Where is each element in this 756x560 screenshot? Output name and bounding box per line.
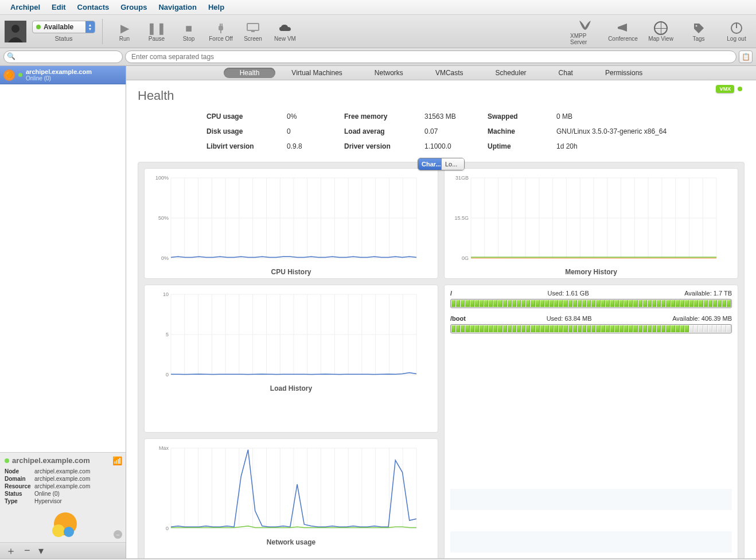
tab-vms[interactable]: Virtual Machines — [275, 66, 358, 80]
roster-name: archipel.example.com — [26, 68, 92, 75]
roster-item[interactable]: 🟠 archipel.example.com Online (0) — [0, 66, 126, 84]
svg-point-12 — [52, 524, 65, 537]
svg-text:0%: 0% — [161, 255, 169, 261]
stop-button[interactable]: ■Stop — [174, 21, 204, 42]
svg-text:0: 0 — [166, 372, 169, 378]
mapview-button[interactable]: Map View — [646, 21, 676, 42]
svg-text:31GB: 31GB — [455, 175, 469, 181]
svg-text:0G: 0G — [462, 255, 469, 261]
tab-networks[interactable]: Networks — [358, 66, 419, 80]
screen-button[interactable]: Screen — [238, 21, 268, 42]
svg-text:10: 10 — [163, 291, 169, 297]
svg-rect-2 — [219, 26, 223, 30]
newvm-button[interactable]: New VM — [270, 21, 300, 42]
pause-icon: ❚❚ — [147, 21, 166, 36]
network-chart: 0Max Network usage — [144, 438, 438, 559]
disk-row: /Used: 1.61 GBAvailable: 1.7 TB — [450, 290, 732, 308]
tag-apply-button[interactable]: 📋 — [739, 50, 753, 63]
clipboard-icon: 📋 — [742, 53, 750, 61]
info-panel: 📶 archipel.example.com Nodearchipel.exam… — [0, 452, 126, 542]
svg-point-8 — [696, 25, 697, 27]
xmpp-button[interactable]: XMPP Server — [570, 18, 600, 45]
page-title: Health — [138, 88, 745, 103]
tab-permissions[interactable]: Permissions — [589, 66, 658, 80]
svg-rect-6 — [247, 24, 259, 30]
roster-sub: Online (0) — [26, 75, 92, 81]
cpu-chart: 0%50%100% CPU History — [144, 168, 438, 279]
status-dropdown[interactable]: Available ▲▼ — [32, 21, 95, 33]
tags-input[interactable] — [125, 50, 736, 63]
memory-chart: 0G15.5G31GB Memory History — [444, 168, 738, 279]
menu-navigation[interactable]: Navigation — [153, 2, 202, 13]
add-button[interactable]: ＋ — [6, 544, 16, 558]
content-area: Health Virtual Machines Networks VMCasts… — [126, 66, 756, 558]
signal-icon: 📶 — [112, 456, 122, 465]
hypervisor-avatar-icon — [5, 510, 121, 540]
tab-vmcasts[interactable]: VMCasts — [419, 66, 480, 80]
group-dropdown-button[interactable]: ▾ — [38, 545, 44, 557]
chevron-updown-icon: ▲▼ — [85, 21, 95, 33]
menu-contacts[interactable]: Contacts — [72, 2, 115, 13]
svg-rect-7 — [251, 31, 255, 32]
remove-button[interactable]: − — [24, 545, 30, 557]
sidebar-toolbar: ＋ − ▾ — [0, 542, 126, 558]
segmented-control: Char... Lo... — [418, 158, 465, 170]
tags-button[interactable]: Tags — [684, 21, 714, 42]
menu-archipel[interactable]: Archipel — [5, 2, 46, 13]
megaphone-icon — [617, 21, 629, 36]
logout-button[interactable]: Log out — [722, 21, 751, 42]
svg-text:100%: 100% — [155, 175, 169, 181]
stop-icon: ■ — [185, 21, 192, 36]
svg-point-1 — [11, 25, 20, 33]
menu-help[interactable]: Help — [202, 2, 230, 13]
xmpp-icon — [578, 18, 592, 33]
disks-panel: /Used: 1.61 GBAvailable: 1.7 TB /bootUse… — [444, 285, 738, 558]
search-input[interactable] — [3, 50, 123, 63]
tag-icon — [692, 21, 705, 36]
tab-chat[interactable]: Chat — [543, 66, 589, 80]
svg-rect-5 — [220, 30, 221, 33]
menu-bar: Archipel Edit Contacts Groups Navigation… — [0, 0, 756, 15]
svg-text:5: 5 — [166, 332, 169, 337]
plug-icon — [215, 21, 227, 36]
cloud-icon — [278, 21, 292, 36]
presence-dot-icon — [18, 73, 22, 77]
stats-grid: CPU usage0% Free memory31563 MB Swapped0… — [206, 112, 745, 150]
svg-text:15.5G: 15.5G — [454, 215, 469, 221]
sidebar: 🟠 archipel.example.com Online (0) 📶 arch… — [0, 66, 126, 558]
main-toolbar: Available ▲▼ Status ▶Run ❚❚Pause ■Stop F… — [0, 15, 756, 48]
pause-button[interactable]: ❚❚Pause — [142, 21, 172, 42]
svg-rect-4 — [221, 24, 223, 26]
vmx-badge: VMX — [716, 85, 734, 93]
tab-bar: Health Virtual Machines Networks VMCasts… — [126, 66, 756, 80]
monitor-icon — [247, 21, 259, 36]
run-button[interactable]: ▶Run — [110, 21, 139, 42]
play-icon: ▶ — [120, 21, 129, 36]
seg-logs[interactable]: Lo... — [441, 158, 464, 170]
forceoff-button[interactable]: Force Off — [206, 21, 236, 42]
svg-text:0: 0 — [166, 526, 169, 531]
load-chart: 0510 Load History — [144, 285, 438, 433]
tab-health[interactable]: Health — [224, 68, 276, 78]
svg-text:Max: Max — [159, 445, 169, 451]
power-icon — [730, 21, 743, 36]
disk-row: /bootUsed: 63.84 MBAvailable: 406.39 MB — [450, 315, 732, 333]
seg-charts[interactable]: Char... — [418, 158, 441, 170]
globe-icon — [654, 21, 668, 36]
svg-rect-3 — [220, 24, 221, 26]
chart-area: Char... Lo... 0%50%100% CPU History 0G15… — [138, 162, 745, 558]
tag-bar: 📋 — [0, 48, 756, 66]
avatar[interactable] — [5, 21, 26, 42]
menu-groups[interactable]: Groups — [115, 2, 153, 13]
hypervisor-icon: 🟠 — [3, 69, 15, 81]
collapse-button[interactable]: − — [114, 530, 122, 539]
conference-button[interactable]: Conference — [608, 21, 638, 42]
menu-edit[interactable]: Edit — [46, 2, 72, 13]
tab-scheduler[interactable]: Scheduler — [480, 66, 543, 80]
status-value: Available — [44, 23, 73, 31]
svg-text:50%: 50% — [158, 215, 169, 221]
health-dot-icon — [738, 87, 742, 91]
status-label: Status — [54, 35, 72, 42]
svg-point-13 — [64, 527, 74, 537]
